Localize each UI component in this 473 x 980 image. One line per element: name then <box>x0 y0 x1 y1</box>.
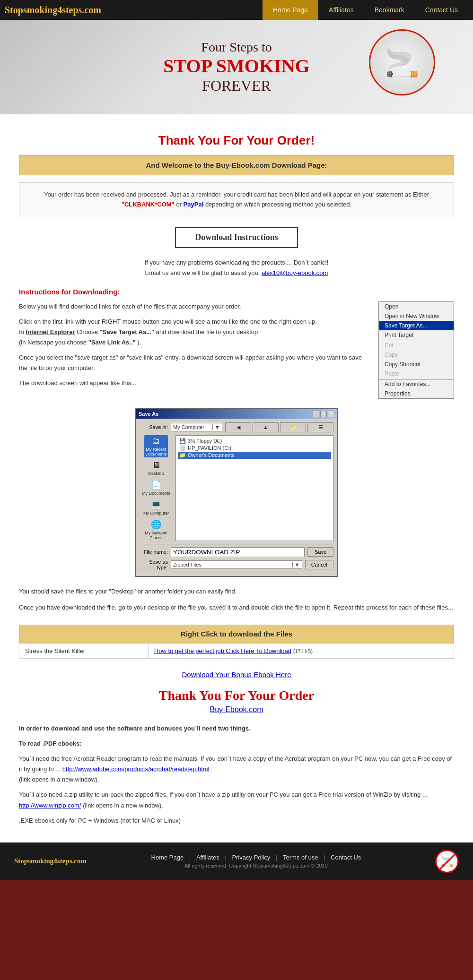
help-text: If you have any problems downloading the… <box>19 258 454 278</box>
dialog-title: Save As <box>139 411 158 417</box>
order-or: or <box>176 201 182 208</box>
file-link-cell: How to get the perfect job Click Here To… <box>148 643 454 658</box>
file-size: (171 kB) <box>293 648 313 654</box>
savetype-combo[interactable]: Zipped Files ▼ <box>171 560 302 569</box>
hppavilion-icon: 💿 <box>179 445 186 451</box>
save-in-arrow: ▼ <box>212 424 220 430</box>
dialog-body: Save in: My Computer ▼ ◀ ▲ 📁 ☰ <box>136 419 337 576</box>
instructions-p2: Click on the first link with your RIGHT … <box>19 317 371 348</box>
footer-left: Stopsmoking4steps.com <box>14 857 87 865</box>
paypal-text: PayPal <box>184 201 204 208</box>
footer-link-affiliates[interactable]: Affiliates <box>196 854 219 861</box>
context-menu-paste: Paste <box>379 369 454 378</box>
file-download-link[interactable]: How to get the perfect job Click Here To… <box>154 647 291 654</box>
download-instructions-button[interactable]: Download Instructions <box>175 227 298 248</box>
order-notice: Your order has been received and process… <box>19 182 454 217</box>
dialog-up-btn[interactable]: ▲ <box>253 422 279 432</box>
sidebar-my-computer[interactable]: 💻 My Computer <box>142 499 170 516</box>
read-pdf-title: To read .PDF ebooks: <box>19 740 82 747</box>
dialog-toolbar-icons: ◀ ▲ 📁 ☰ <box>225 422 333 432</box>
context-menu: Open Open in New Window Save Target As..… <box>378 301 454 399</box>
instructions-layout: Below you will find download links for e… <box>19 301 454 399</box>
file-item-hppavilion[interactable]: 💿 HP_PAVILION (C:) <box>178 445 331 452</box>
instructions-p3: Once you select the "save target as" or … <box>19 352 371 373</box>
footer-link-contact[interactable]: Contact Us <box>331 854 361 861</box>
read-pdf-p2: You`ll also need a zip utility to un-pac… <box>19 790 454 810</box>
footer-link-homepage[interactable]: Home Page <box>151 854 184 861</box>
footer-sep2: | <box>225 854 226 861</box>
context-menu-properties: Properties <box>379 389 454 398</box>
cigarette-icon: 🚬 <box>369 29 435 95</box>
owners-docs-icon: 📁 <box>179 452 186 458</box>
footer-sep1: | <box>189 854 191 861</box>
info-section: In order to download and use the softwar… <box>19 723 454 826</box>
dialog-view-btn[interactable]: ☰ <box>307 422 333 432</box>
instructions-section: Instructions for Downloading: Below you … <box>19 288 454 577</box>
dialog-back-btn[interactable]: ◀ <box>225 422 251 432</box>
help-line1: If you have any problems downloading the… <box>19 258 454 268</box>
instructions-text: Below you will find download links for e… <box>19 301 371 394</box>
help-email-link[interactable]: alex10@buy-ebook.com <box>262 269 328 276</box>
banner: Four Steps to STOP SMOKING FOREVER 🚬 <box>0 20 473 114</box>
context-menu-open-new: Open in New Window <box>379 311 454 321</box>
info-bold: In order to download and use the softwar… <box>19 725 251 732</box>
cancel-button[interactable]: Cancel <box>305 560 333 569</box>
header: Stopsmoking4steps.com Home Page Affiliat… <box>0 0 473 20</box>
dialog-controls: _ □ ✕ <box>313 411 334 417</box>
save-in-value: My Computer <box>173 424 204 430</box>
savetype-value: Zipped Files <box>173 562 201 567</box>
recent-docs-icon: 🗂 <box>152 436 160 446</box>
footer-logo: Stopsmoking4steps.com <box>14 857 87 865</box>
footer-link-terms[interactable]: Terms of use <box>283 854 318 861</box>
recent-docs-label: My RecentDocuments <box>145 447 167 456</box>
floppy-icon: 💾 <box>179 438 186 444</box>
winzip-link[interactable]: http://www.winzip.com/ <box>19 802 81 809</box>
dialog-new-folder-btn[interactable]: 📁 <box>280 422 306 432</box>
context-menu-cut: Cut <box>379 341 454 350</box>
dialog-main-area: 🗂 My RecentDocuments 🖥 Desktop 📄 My Docu… <box>140 435 333 541</box>
context-menu-copy: Copy <box>379 350 454 360</box>
nav-item-homepage[interactable]: Home Page <box>263 0 318 20</box>
context-menu-save-target[interactable]: Save Target As... <box>379 321 454 330</box>
dialog-maximize[interactable]: □ <box>320 411 327 417</box>
banner-line2: STOP SMOKING <box>163 55 309 77</box>
file-item-floppy[interactable]: 💾 3½ Floppy (A:) <box>178 438 331 445</box>
instructions-p4: The download screen will appear like thi… <box>19 378 371 388</box>
save-as-dialog: Save As _ □ ✕ Save in: My Computer ▼ <box>135 408 338 577</box>
save-button[interactable]: Save <box>307 547 333 557</box>
dialog-minimize[interactable]: _ <box>313 411 319 417</box>
sidebar-desktop[interactable]: 🖥 Desktop <box>147 459 165 477</box>
network-icon: 🌐 <box>151 519 161 530</box>
read-pdf-p1: You`ll need the free Acrobat Reader prog… <box>19 754 454 785</box>
filename-input[interactable] <box>171 547 305 557</box>
dialog-savetype-row: Save as type: Zipped Files ▼ Cancel <box>140 559 333 570</box>
sidebar-recent-docs[interactable]: 🗂 My RecentDocuments <box>144 435 168 457</box>
download-files-table: Stress the Silent Killer How to get the … <box>19 643 454 659</box>
footer-link-privacy[interactable]: Privacy Policy <box>232 854 270 861</box>
save-as-dialog-wrap: Save As _ □ ✕ Save in: My Computer ▼ <box>19 408 454 577</box>
nav-item-affiliates[interactable]: Affiliates <box>318 0 364 20</box>
table-row: Stress the Silent Killer How to get the … <box>19 643 454 658</box>
file-item-owners-docs[interactable]: 📁 Owner's Documents <box>178 452 331 459</box>
download-btn-wrap: Download Instructions <box>19 227 454 248</box>
nav-item-bookmark[interactable]: Bookmark <box>364 0 415 20</box>
sidebar-network[interactable]: 🌐 My Network Places <box>140 518 173 541</box>
hppavilion-label: HP_PAVILION (C:) <box>188 445 231 451</box>
file-name-cell: Stress the Silent Killer <box>19 643 149 658</box>
sidebar-my-documents[interactable]: 📄 My Documents <box>141 479 171 497</box>
bonus-ebook-link[interactable]: Download Your Bonus Ebook Here <box>182 671 291 679</box>
my-documents-icon: 📄 <box>151 480 161 490</box>
desc2: Once you have downloaded the file, go to… <box>19 602 454 613</box>
context-menu-print: Print Target <box>379 330 454 340</box>
buy-ebook-link[interactable]: Buy-Ebook.com <box>210 705 263 714</box>
save-in-combo[interactable]: My Computer ▼ <box>171 423 222 431</box>
my-documents-label: My Documents <box>142 491 170 496</box>
instructions-p1: Below you will find download links for e… <box>19 301 371 312</box>
footer: Stopsmoking4steps.com Home Page | Affili… <box>0 842 473 880</box>
context-menu-copy-shortcut: Copy Shortcut <box>379 360 454 369</box>
acrobat-link[interactable]: http://www.adobe.com/products/acrobat/re… <box>62 765 210 773</box>
final-thank-you: Thank You For Your Order <box>19 688 454 703</box>
nav-item-contact[interactable]: Contact Us <box>415 0 468 20</box>
floppy-label: 3½ Floppy (A:) <box>188 438 222 444</box>
dialog-close[interactable]: ✕ <box>328 411 334 417</box>
